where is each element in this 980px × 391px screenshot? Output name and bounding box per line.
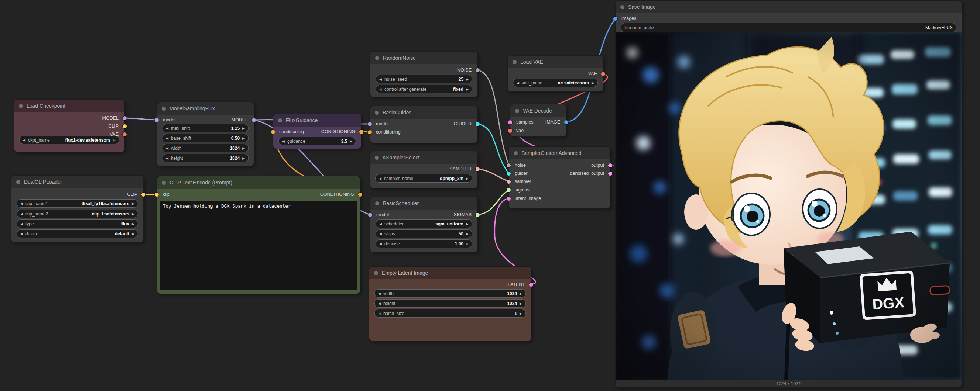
increment-arrow-icon[interactable]: ▶ [466,87,469,91]
input-port-noise[interactable] [507,163,511,168]
output-port-conditioning[interactable] [359,130,363,134]
increment-arrow-icon[interactable]: ▶ [520,302,522,306]
widget-control-after-generate[interactable]: ◀ control after generate fixed ▶ [375,85,472,93]
node-header[interactable]: DualCLIPLoader [11,176,143,188]
decrement-arrow-icon[interactable]: ◀ [20,202,23,206]
collapse-dot-icon[interactable] [375,56,379,60]
node-header[interactable]: FluxGuidance [273,114,361,127]
collapse-dot-icon[interactable] [16,180,20,184]
node-header[interactable]: CLIP Text Encode (Prompt) [157,176,360,189]
collapse-dot-icon[interactable] [514,151,518,155]
increment-arrow-icon[interactable]: ▶ [520,292,522,296]
node-dual-clip-loader[interactable]: DualCLIPLoader CLIP ◀ clip_name1 t5xxl_f… [11,176,143,242]
increment-arrow-icon[interactable]: ▶ [242,146,245,150]
node-header[interactable]: Load VAE [508,56,603,68]
node-load-vae[interactable]: Load VAE VAE ◀ vae_name ae.safetensors ▶ [508,56,603,92]
widget-sampler-name[interactable]: ◀ sampler_name dpmpp_2m ▶ [375,174,472,183]
node-header[interactable]: Load Checkpoint [14,100,124,112]
increment-arrow-icon[interactable]: ▶ [592,81,594,85]
node-header[interactable]: RandomNoise [371,52,477,64]
widget-device[interactable]: ◀ device default ▶ [17,230,138,238]
input-port-model[interactable] [155,118,159,122]
collapse-dot-icon[interactable] [374,271,378,275]
output-port-model[interactable] [123,116,127,120]
widget-steps[interactable]: ◀ steps 50 ▶ [375,230,472,238]
input-port-conditioning[interactable] [271,130,275,134]
increment-arrow-icon[interactable]: ▶ [132,202,134,206]
increment-arrow-icon[interactable]: ▶ [466,78,469,81]
node-header[interactable]: KSamplerSelect [370,151,477,164]
decrement-arrow-icon[interactable]: ◀ [379,78,382,81]
input-port-vae[interactable] [508,129,512,133]
increment-arrow-icon[interactable]: ▶ [242,127,245,130]
decrement-arrow-icon[interactable]: ◀ [166,136,169,140]
widget-height[interactable]: ◀ height 1024 ▶ [374,299,526,308]
increment-arrow-icon[interactable]: ▶ [242,157,245,160]
widget-height[interactable]: ◀ height 1024 ▶ [162,154,248,162]
decrement-arrow-icon[interactable]: ◀ [166,157,169,160]
node-header[interactable]: BasicScheduler [371,197,477,209]
decrement-arrow-icon[interactable]: ◀ [166,146,169,150]
increment-arrow-icon[interactable]: ▶ [132,222,134,226]
node-header[interactable]: Empty Latent Image [369,267,531,279]
node-header[interactable]: VAE Decode [510,104,566,117]
node-header[interactable]: SamplerCustomAdvanced [509,147,610,159]
decrement-arrow-icon[interactable]: ◀ [20,212,23,216]
collapse-dot-icon[interactable] [162,181,166,185]
output-port-image[interactable] [564,120,568,124]
widget-clip-name2[interactable]: ◀ clip_name2 clip_l.safetensors ▶ [17,209,138,218]
increment-arrow-icon[interactable]: ▶ [350,139,352,143]
widget-ckpt-name[interactable]: ◀ ckpt_name flux1-dev.safetensors ▶ [19,136,119,144]
widget-base-shift[interactable]: ◀ base_shift 0.50 ▶ [162,134,248,142]
widget-filename-prefix[interactable]: filename_prefix MarkuryFLUX [621,23,956,32]
node-header[interactable]: ModelSamplingFlux [157,102,254,115]
node-empty-latent-image[interactable]: Empty Latent Image LATENT ◀ width 1024 ▶… [369,267,531,341]
node-header[interactable]: BasicGuider [370,106,477,119]
node-flux-guidance[interactable]: FluxGuidance conditioning CONDITIONING ◀… [273,114,361,149]
output-port-guider[interactable] [476,122,480,126]
node-basic-scheduler[interactable]: BasicScheduler model SIGMAS ◀ scheduler … [371,197,477,252]
decrement-arrow-icon[interactable]: ◀ [379,242,382,246]
widget-batch-size[interactable]: ◀ batch_size 1 ▶ [374,309,526,318]
widget-width[interactable]: ◀ width 1024 ▶ [162,144,248,152]
increment-arrow-icon[interactable]: ▶ [520,312,522,315]
widget-scheduler[interactable]: ◀ scheduler sgm_uniform ▶ [375,220,472,228]
node-header[interactable]: Save Image [616,1,961,13]
increment-arrow-icon[interactable]: ▶ [132,212,134,216]
collapse-dot-icon[interactable] [162,107,166,111]
output-port-latent[interactable] [529,283,533,287]
output-port-model[interactable] [252,118,256,122]
widget-denoise[interactable]: ◀ denoise 1.00 ▶ [375,239,472,248]
output-port-sigmas[interactable] [476,213,480,217]
increment-arrow-icon[interactable]: ▶ [242,136,245,140]
increment-arrow-icon[interactable]: ▶ [113,138,116,142]
output-port-denoised-output[interactable] [608,171,612,176]
decrement-arrow-icon[interactable]: ◀ [20,222,23,226]
collapse-dot-icon[interactable] [375,156,379,160]
input-port-guider[interactable] [507,171,511,176]
input-port-model[interactable] [368,122,372,126]
input-port-latent-image[interactable] [507,196,511,201]
decrement-arrow-icon[interactable]: ◀ [379,232,382,236]
prompt-textarea[interactable]: Toy Jensen holding a DGX Spark in a data… [160,201,357,290]
input-port-model[interactable] [368,213,372,217]
collapse-dot-icon[interactable] [375,201,379,206]
increment-arrow-icon[interactable]: ▶ [466,177,469,180]
decrement-arrow-icon[interactable]: ◀ [379,177,382,180]
input-port-sampler[interactable] [507,180,511,184]
output-port-noise[interactable] [476,68,480,72]
collapse-dot-icon[interactable] [375,111,379,115]
widget-width[interactable]: ◀ width 1024 ▶ [374,289,526,298]
node-load-checkpoint[interactable]: Load Checkpoint MODEL CLIP VAE ◀ ckpt_na… [14,100,124,152]
collapse-dot-icon[interactable] [512,60,517,64]
node-vae-decode[interactable]: VAE Decode samples vae IMAGE [510,104,566,136]
input-port-sigmas[interactable] [507,188,511,192]
node-clip-text-encode[interactable]: CLIP Text Encode (Prompt) clip CONDITION… [157,176,360,294]
decrement-arrow-icon[interactable]: ◀ [20,232,23,236]
decrement-arrow-icon[interactable]: ◀ [378,302,381,306]
output-port-output[interactable] [608,163,612,168]
node-save-image[interactable]: Save Image images filename_prefix Markur… [616,1,961,387]
node-random-noise[interactable]: RandomNoise NOISE ◀ noise_seed 25 ▶ ◀ co… [371,52,477,97]
node-model-sampling-flux[interactable]: ModelSamplingFlux model MODEL ◀ max_shif… [157,102,254,166]
input-port-images[interactable] [613,17,617,21]
